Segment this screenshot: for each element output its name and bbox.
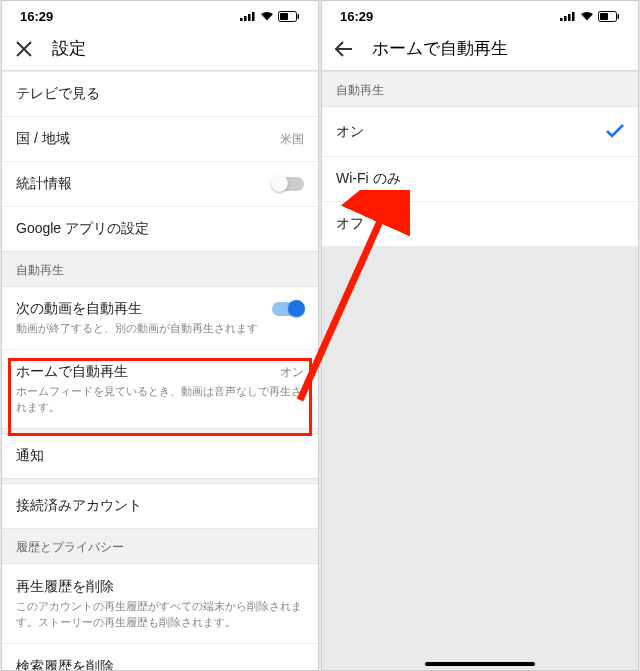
row-notifications[interactable]: 通知 <box>2 434 318 478</box>
svg-rect-12 <box>618 14 620 19</box>
option-wifi[interactable]: Wi-Fi のみ <box>322 156 638 201</box>
sub: 動画が終了すると、別の動画が自動再生されます <box>16 321 304 336</box>
sub: このアカウントの再生履歴がすべての端末から削除されます。ストーリーの再生履歴も削… <box>16 599 304 630</box>
label: オフ <box>336 215 364 233</box>
autoplay-next-toggle[interactable] <box>272 302 304 316</box>
svg-rect-6 <box>280 13 288 20</box>
row-clear-search[interactable]: 検索履歴を削除 このアカウントの検索履歴がすべての端末から削除さ <box>2 643 318 670</box>
row-autoplay-next[interactable]: 次の動画を自動再生 動画が終了すると、別の動画が自動再生されます <box>2 287 318 349</box>
row-clear-watch[interactable]: 再生履歴を削除 このアカウントの再生履歴がすべての端末から削除されます。ストーリ… <box>2 564 318 643</box>
empty-area <box>322 246 638 670</box>
label: 再生履歴を削除 <box>16 578 114 594</box>
label: 統計情報 <box>16 175 72 193</box>
stats-toggle[interactable] <box>272 177 304 191</box>
label: 国 / 地域 <box>16 130 70 148</box>
sub: ホームフィードを見ているとき、動画は音声なしで再生されます。 <box>16 384 304 415</box>
label: 接続済みアカウント <box>16 497 142 515</box>
svg-rect-9 <box>568 14 571 21</box>
row-stats[interactable]: 統計情報 <box>2 161 318 206</box>
row-tv[interactable]: テレビで見る <box>2 71 318 116</box>
check-icon <box>606 120 624 143</box>
option-off[interactable]: オフ <box>322 201 638 246</box>
section-autoplay: 自動再生 <box>322 71 638 107</box>
label: 通知 <box>16 447 44 465</box>
settings-scroll[interactable]: テレビで見る 国 / 地域 米国 統計情報 Google アプリの設定 自動再生… <box>2 71 318 670</box>
status-time: 16:29 <box>20 9 53 24</box>
page-title: 設定 <box>52 38 86 60</box>
row-connected[interactable]: 接続済みアカウント <box>2 484 318 528</box>
row-google-apps[interactable]: Google アプリの設定 <box>2 206 318 251</box>
status-indicators <box>560 11 620 22</box>
label: オン <box>336 123 364 141</box>
label: ホームで自動再生 <box>16 363 128 381</box>
label: 次の動画を自動再生 <box>16 300 142 318</box>
options-scroll[interactable]: 自動再生 オン Wi-Fi のみ オフ <box>322 71 638 670</box>
value: 米国 <box>280 131 304 148</box>
close-icon[interactable] <box>14 39 34 59</box>
svg-rect-2 <box>248 14 251 21</box>
svg-rect-8 <box>564 16 567 21</box>
value: オン <box>280 364 304 381</box>
section-autoplay: 自動再生 <box>2 251 318 287</box>
status-bar: 16:29 <box>2 1 318 27</box>
svg-rect-0 <box>240 18 243 21</box>
svg-rect-3 <box>252 12 255 21</box>
phone-left: 16:29 設定 テレビで見る 国 / 地域 米国 統計情報 Google アプ… <box>1 0 319 671</box>
status-time: 16:29 <box>340 9 373 24</box>
status-bar: 16:29 <box>322 1 638 27</box>
svg-rect-10 <box>572 12 575 21</box>
home-indicator[interactable] <box>425 662 535 666</box>
svg-rect-5 <box>298 14 300 19</box>
label: Wi-Fi のみ <box>336 170 401 188</box>
row-autoplay-home[interactable]: ホームで自動再生 オン ホームフィードを見ているとき、動画は音声なしで再生されま… <box>2 349 318 428</box>
back-icon[interactable] <box>334 39 354 59</box>
svg-rect-13 <box>600 13 608 20</box>
page-title: ホームで自動再生 <box>372 38 508 60</box>
label: 検索履歴を削除 <box>16 658 114 670</box>
label: Google アプリの設定 <box>16 220 149 238</box>
svg-rect-7 <box>560 18 563 21</box>
phone-right: 16:29 ホームで自動再生 自動再生 オン Wi-Fi のみ オフ <box>321 0 639 671</box>
header: ホームで自動再生 <box>322 27 638 71</box>
option-on[interactable]: オン <box>322 107 638 156</box>
section-history: 履歴とプライバシー <box>2 528 318 564</box>
status-indicators <box>240 11 300 22</box>
svg-rect-1 <box>244 16 247 21</box>
row-region[interactable]: 国 / 地域 米国 <box>2 116 318 161</box>
label: テレビで見る <box>16 85 100 103</box>
header: 設定 <box>2 27 318 71</box>
